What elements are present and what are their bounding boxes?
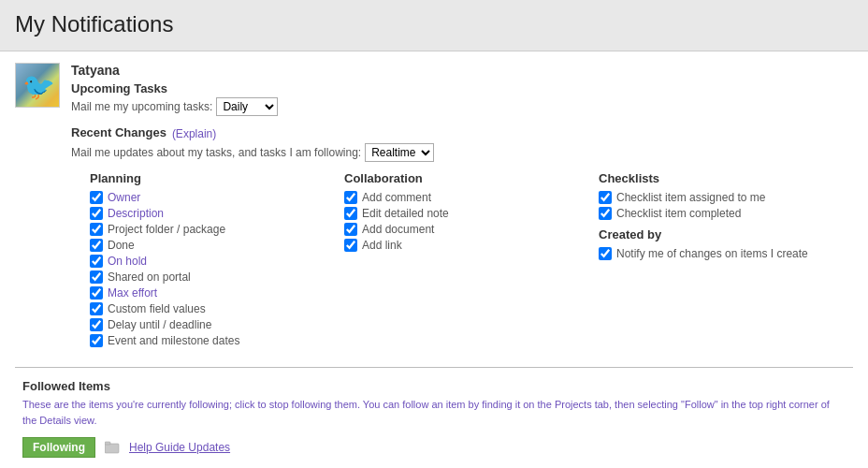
planning-shared-checkbox[interactable]: [90, 271, 103, 284]
user-name: Tatyana: [71, 63, 853, 78]
following-button[interactable]: Following: [22, 437, 95, 458]
planning-on-hold-checkbox[interactable]: [90, 255, 103, 268]
checklist-completed-label: Checklist item completed: [616, 207, 741, 220]
help-guide-link[interactable]: Help Guide Updates: [129, 441, 230, 454]
checklists-column: Checklists Checklist item assigned to me…: [599, 171, 853, 350]
collaboration-title: Collaboration: [344, 171, 599, 185]
page-header: My Notifications: [0, 0, 868, 51]
user-section: 🐦 Tatyana Upcoming Tasks Mail me my upco…: [15, 63, 853, 350]
folder-svg: [105, 441, 120, 454]
planning-project-folder-label: Project folder / package: [108, 223, 225, 236]
created-by-title: Created by: [599, 227, 853, 241]
checklist-assigned-label: Checklist item assigned to me: [616, 191, 765, 204]
planning-description-checkbox[interactable]: [90, 207, 103, 220]
planning-custom-field: Custom field values: [90, 302, 344, 315]
collab-add-comment: Add comment: [344, 191, 599, 204]
avatar: 🐦: [15, 63, 60, 108]
followed-items-title: Followed Items: [22, 379, 846, 393]
collab-edit-note-checkbox[interactable]: [344, 207, 357, 220]
planning-owner-label: Owner: [108, 191, 140, 204]
planning-on-hold: On hold: [90, 255, 344, 268]
page-title: My Notifications: [15, 11, 853, 37]
recent-changes-row: Mail me updates about my tasks, and task…: [71, 143, 853, 162]
section-divider: [15, 367, 853, 368]
planning-shared-on-portal: Shared on portal: [90, 271, 344, 284]
checklist-assigned-checkbox[interactable]: [599, 191, 612, 204]
planning-max-effort: Max effort: [90, 286, 344, 300]
planning-done-label: Done: [108, 239, 135, 252]
planning-custom-field-label: Custom field values: [108, 302, 206, 315]
planning-shared-label: Shared on portal: [108, 271, 191, 284]
content-area: 🐦 Tatyana Upcoming Tasks Mail me my upco…: [0, 51, 868, 468]
planning-delay-checkbox[interactable]: [90, 318, 103, 331]
recent-frequency-select[interactable]: Realtime Daily Weekly Never: [365, 143, 434, 162]
planning-description-label: Description: [108, 207, 164, 220]
planning-custom-field-checkbox[interactable]: [90, 302, 103, 315]
planning-project-folder-checkbox[interactable]: [90, 223, 103, 236]
checklist-assigned: Checklist item assigned to me: [599, 191, 853, 204]
collab-add-document: Add document: [344, 223, 599, 236]
checklist-completed: Checklist item completed: [599, 207, 853, 220]
upcoming-tasks-title: Upcoming Tasks: [71, 81, 853, 95]
followed-items-section: Followed Items These are the items you'r…: [15, 379, 853, 458]
recent-mail-label: Mail me updates about my tasks, and task…: [71, 146, 361, 159]
upcoming-frequency-select[interactable]: Daily Weekly Never: [216, 97, 278, 116]
planning-description: Description: [90, 207, 344, 220]
avatar-image: 🐦: [16, 64, 60, 108]
created-by-notify: Notify me of changes on items I create: [599, 247, 853, 260]
notifications-grid: Planning Owner Description Project folde…: [71, 171, 853, 350]
created-by-notify-label: Notify me of changes on items I create: [616, 247, 808, 260]
planning-on-hold-label: On hold: [108, 255, 147, 268]
user-details: Tatyana Upcoming Tasks Mail me my upcomi…: [71, 63, 853, 350]
planning-column: Planning Owner Description Project folde…: [90, 171, 344, 350]
planning-delay: Delay until / deadline: [90, 318, 344, 331]
collab-add-link-label: Add link: [362, 239, 402, 252]
svg-rect-1: [105, 442, 110, 445]
planning-done: Done: [90, 239, 344, 252]
folder-icon: [105, 441, 120, 454]
collaboration-column: Collaboration Add comment Edit detailed …: [344, 171, 599, 350]
planning-delay-label: Delay until / deadline: [108, 318, 211, 331]
collab-edit-note-label: Edit detailed note: [362, 207, 449, 220]
followed-items-row: Following Help Guide Updates: [22, 437, 846, 458]
planning-event-label: Event and milestone dates: [108, 334, 239, 347]
collab-add-link-checkbox[interactable]: [344, 239, 357, 252]
planning-max-effort-checkbox[interactable]: [90, 286, 103, 300]
planning-owner-checkbox[interactable]: [90, 191, 103, 204]
upcoming-tasks-row: Mail me my upcoming tasks: Daily Weekly …: [71, 97, 853, 116]
followed-items-description: These are the items you're currently fol…: [22, 397, 846, 428]
checklists-title: Checklists: [599, 171, 853, 185]
collab-add-comment-checkbox[interactable]: [344, 191, 357, 204]
recent-changes-title: Recent Changes: [71, 125, 166, 139]
upcoming-mail-label: Mail me my upcoming tasks:: [71, 100, 212, 113]
collab-edit-note: Edit detailed note: [344, 207, 599, 220]
collab-add-document-label: Add document: [362, 223, 434, 236]
svg-rect-0: [105, 444, 119, 453]
planning-max-effort-label: Max effort: [108, 286, 157, 300]
collab-add-link: Add link: [344, 239, 599, 252]
collab-add-document-checkbox[interactable]: [344, 223, 357, 236]
planning-done-checkbox[interactable]: [90, 239, 103, 252]
planning-title: Planning: [90, 171, 344, 185]
checklist-completed-checkbox[interactable]: [599, 207, 612, 220]
planning-event-checkbox[interactable]: [90, 334, 103, 347]
planning-owner: Owner: [90, 191, 344, 204]
recent-changes-header: Recent Changes (Explain): [71, 125, 853, 141]
created-by-notify-checkbox[interactable]: [599, 247, 612, 260]
planning-event: Event and milestone dates: [90, 334, 344, 347]
planning-project-folder: Project folder / package: [90, 223, 344, 236]
explain-link[interactable]: (Explain): [172, 127, 216, 140]
collab-add-comment-label: Add comment: [362, 191, 431, 204]
